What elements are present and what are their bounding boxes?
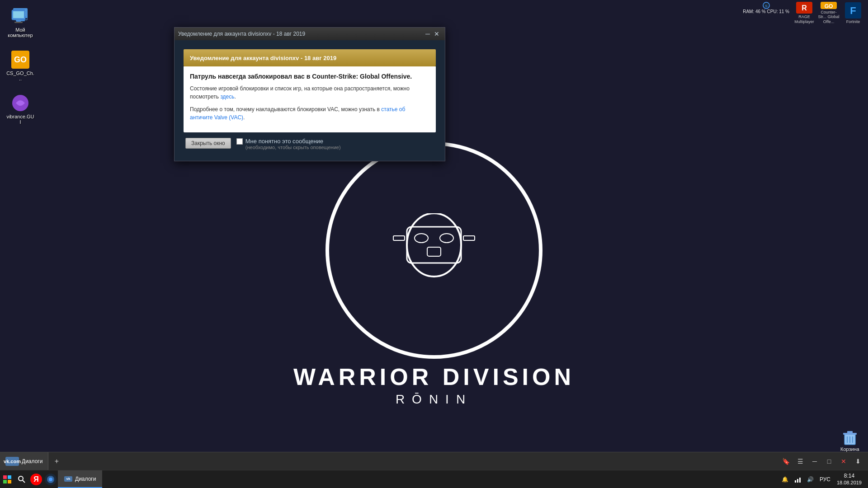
fortnite-label: Fortnite <box>846 19 860 24</box>
taskbar: Я vk Диалоги 🔔 <box>0 470 868 488</box>
notification-body: Патруль навсегда заблокировал вас в Coun… <box>184 66 436 132</box>
svg-rect-6 <box>427 247 441 256</box>
minimize-button[interactable]: ─ <box>423 29 432 38</box>
rage-thumb: R <box>796 2 812 14</box>
sys-stats: S RAM: 46 % CPU: 11 % <box>743 2 789 14</box>
yandex-browser-taskbar[interactable]: Я <box>29 472 43 487</box>
here-link[interactable]: здесь <box>220 94 234 100</box>
csgo-tray[interactable]: GO Counter-Str... Global Offe... <box>817 2 840 24</box>
network-icon <box>794 476 802 483</box>
bookmark-button[interactable]: 🔖 <box>779 455 792 468</box>
checkbox-area: Мне понятно это сообщение (необходимо, ч… <box>236 138 341 150</box>
svg-rect-17 <box>14 22 23 23</box>
desktop-icon-csgo[interactable]: GO CS_GO_Ch... <box>5 49 36 83</box>
rage-multiplayer-tray[interactable]: R RAGE Multiplayer <box>793 2 816 24</box>
csgo-tray-label: Counter-Str... Global Offe... <box>817 10 840 24</box>
browser-maximize-button[interactable]: □ <box>823 455 835 468</box>
basket-label: Корзина <box>840 446 859 452</box>
ram-cpu-label: RAM: 46 % CPU: 11 % <box>743 9 789 14</box>
computer-icon-visual <box>11 9 30 26</box>
csgo-tray-thumb: GO <box>821 2 837 9</box>
svg-rect-41 <box>847 431 853 433</box>
browser-close-button[interactable]: ✕ <box>837 455 850 468</box>
main-message: Патруль навсегда заблокировал вас в Coun… <box>190 73 429 80</box>
svg-text:GO: GO <box>825 3 833 9</box>
vk-tab-label: Диалоги <box>22 458 42 465</box>
body-text-1: Состояние игровой блокировки и список иг… <box>190 84 429 101</box>
vk-logo: vk.com <box>5 457 19 466</box>
windows-icon <box>3 475 11 483</box>
svg-text:GO: GO <box>14 55 27 64</box>
svg-text:S: S <box>765 4 767 8</box>
bg-logo-sub-text: RŌNIN <box>293 392 575 407</box>
steam-window-title: Уведомление для аккаунта divisionxv - 18… <box>178 31 423 37</box>
taskbar-vk-item[interactable]: vk Диалоги <box>58 470 102 488</box>
search-icon <box>18 476 25 483</box>
taskbar-search-button[interactable] <box>14 472 29 487</box>
steam-tray-icon: S <box>763 2 770 9</box>
desktop-icon-vibrance[interactable]: vibrance.GUI <box>5 92 36 127</box>
browser-bar: vk.com Диалоги + 🔖 ☰ ─ □ ✕ ⬇ <box>0 452 868 470</box>
understood-checkbox[interactable] <box>236 138 243 145</box>
steam-content: Уведомление для аккаунта divisionxv - 18… <box>175 40 445 161</box>
mycomputer-label: Мой компьютер <box>6 27 34 38</box>
close-window-button[interactable]: Закрыть окно <box>185 138 231 149</box>
svg-point-0 <box>407 213 461 277</box>
close-button[interactable]: ✕ <box>432 29 441 38</box>
svg-rect-7 <box>393 236 405 240</box>
rage-label: RAGE Multiplayer <box>793 14 816 24</box>
bg-logo-inner <box>389 213 479 287</box>
checkbox-sublabel: (необходимо, чтобы скрыть оповещение) <box>245 145 341 150</box>
svg-point-35 <box>49 478 52 481</box>
svg-rect-15 <box>13 11 24 18</box>
clock-date: 18.08.2019 <box>837 479 862 486</box>
notification-header-text: Уведомление для аккаунта divisionxv - 18… <box>190 55 336 61</box>
language-indicator[interactable]: РУС <box>818 476 832 483</box>
vk-tab[interactable]: vk.com Диалоги <box>0 452 48 470</box>
browser-minimize-button[interactable]: ─ <box>808 455 821 468</box>
svg-rect-16 <box>16 20 21 22</box>
vibrance-label: vibrance.GUI <box>6 114 34 125</box>
csgo-icon: GO <box>11 51 29 69</box>
clock-time: 8:14 <box>837 473 862 480</box>
steam-taskbar-icon <box>44 473 57 486</box>
new-tab-button[interactable]: + <box>50 455 63 468</box>
menu-button[interactable]: ☰ <box>794 455 807 468</box>
svg-text:F: F <box>850 5 856 16</box>
recycle-bin-icon[interactable]: Корзина <box>836 428 863 452</box>
notification-box: Уведомление для аккаунта divisionxv - 18… <box>184 49 436 132</box>
recycle-bin-svg <box>841 428 859 446</box>
checkbox-row: Мне понятно это сообщение <box>236 138 341 145</box>
system-clock[interactable]: 8:14 18.08.2019 <box>834 473 864 486</box>
fortnite-thumb: F <box>845 2 861 19</box>
yandex-icon: Я <box>30 473 42 486</box>
csgo-tray-icon: GO <box>821 2 837 9</box>
svg-rect-37 <box>797 479 798 483</box>
svg-line-30 <box>23 480 25 483</box>
csgo-label: CS_GO_Ch... <box>6 70 34 81</box>
svg-rect-8 <box>463 236 475 240</box>
svg-text:R: R <box>802 4 807 12</box>
network-tray-icon[interactable] <box>793 474 803 485</box>
mask-icon <box>389 213 479 286</box>
vk-taskbar-logo: vk <box>64 476 72 482</box>
system-monitor: S RAM: 46 % CPU: 11 % R RAGE Multiplayer… <box>739 0 868 26</box>
browser-controls: 🔖 ☰ ─ □ ✕ ⬇ <box>779 455 868 468</box>
start-button[interactable] <box>0 472 14 487</box>
steam-notification-window: Уведомление для аккаунта divisionxv - 18… <box>174 27 445 161</box>
steam-taskbar[interactable] <box>43 472 58 487</box>
desktop-icon-mycomputer[interactable]: Мой компьютер <box>5 5 36 40</box>
steam-titlebar[interactable]: Уведомление для аккаунта divisionxv - 18… <box>175 28 445 40</box>
volume-tray-icon[interactable]: 🔊 <box>805 474 816 485</box>
notification-tray-icon[interactable]: 🔔 <box>780 474 791 485</box>
body-text-2: Подробнее о том, почему накладываются бл… <box>190 105 429 122</box>
bg-logo-circle <box>326 142 542 359</box>
vk-taskbar-label: Диалоги <box>75 476 96 482</box>
system-tray: 🔔 🔊 РУС 8:14 18.08.2019 <box>776 470 868 488</box>
svg-rect-36 <box>795 480 796 483</box>
steam-footer: Закрыть окно Мне понятно это сообщение (… <box>184 132 436 152</box>
rage-icon: R <box>796 2 812 14</box>
fortnite-tray[interactable]: F Fortnite <box>842 2 864 24</box>
desktop: WARRIOR DIVISION RŌNIN <box>0 0 868 488</box>
download-button[interactable]: ⬇ <box>852 455 864 468</box>
